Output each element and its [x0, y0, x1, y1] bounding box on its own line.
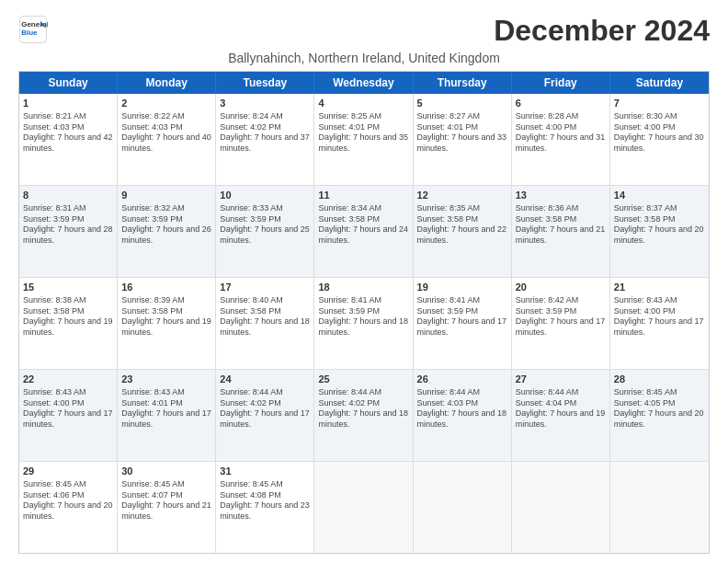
svg-text:General: General — [21, 20, 48, 29]
day-cell-11: 11Sunrise: 8:34 AMSunset: 3:58 PMDayligh… — [314, 186, 413, 277]
day-number: 23 — [121, 373, 211, 386]
day-cell-29: 29Sunrise: 8:45 AMSunset: 4:06 PMDayligh… — [19, 462, 118, 553]
day-number: 5 — [417, 97, 507, 110]
day-number: 31 — [220, 465, 310, 478]
empty-cell-4-3 — [314, 462, 413, 553]
calendar-header: SundayMondayTuesdayWednesdayThursdayFrid… — [19, 72, 709, 94]
day-cell-15: 15Sunrise: 8:38 AMSunset: 3:58 PMDayligh… — [19, 278, 118, 369]
cell-info: Sunrise: 8:32 AMSunset: 3:59 PMDaylight:… — [121, 203, 211, 247]
calendar-row-4: 29Sunrise: 8:45 AMSunset: 4:06 PMDayligh… — [19, 461, 709, 553]
cell-info: Sunrise: 8:43 AMSunset: 4:00 PMDaylight:… — [614, 295, 705, 339]
subtitle: Ballynahinch, Northern Ireland, United K… — [18, 51, 710, 65]
title-area: December 2024 — [494, 15, 710, 47]
header-day-sunday: Sunday — [19, 72, 118, 94]
cell-info: Sunrise: 8:34 AMSunset: 3:58 PMDaylight:… — [318, 203, 408, 247]
day-cell-16: 16Sunrise: 8:39 AMSunset: 3:58 PMDayligh… — [118, 278, 216, 369]
day-number: 10 — [220, 189, 310, 202]
cell-info: Sunrise: 8:27 AMSunset: 4:01 PMDaylight:… — [417, 111, 507, 155]
day-cell-14: 14Sunrise: 8:37 AMSunset: 3:58 PMDayligh… — [610, 186, 709, 277]
day-cell-26: 26Sunrise: 8:44 AMSunset: 4:03 PMDayligh… — [414, 370, 512, 461]
cell-info: Sunrise: 8:33 AMSunset: 3:59 PMDaylight:… — [220, 203, 310, 247]
day-number: 1 — [23, 97, 113, 110]
day-number: 21 — [614, 281, 705, 294]
logo-icon: General Blue — [18, 15, 48, 44]
day-number: 11 — [318, 189, 408, 202]
day-cell-30: 30Sunrise: 8:45 AMSunset: 4:07 PMDayligh… — [118, 462, 216, 553]
header-day-saturday: Saturday — [610, 72, 709, 94]
calendar-body: 1Sunrise: 8:21 AMSunset: 4:03 PMDaylight… — [19, 94, 709, 553]
header: General Blue December 2024 — [18, 15, 710, 47]
day-number: 3 — [220, 97, 310, 110]
cell-info: Sunrise: 8:36 AMSunset: 3:58 PMDaylight:… — [516, 203, 606, 247]
day-number: 14 — [614, 189, 705, 202]
day-cell-31: 31Sunrise: 8:45 AMSunset: 4:08 PMDayligh… — [216, 462, 314, 553]
day-cell-6: 6Sunrise: 8:28 AMSunset: 4:00 PMDaylight… — [512, 94, 610, 185]
day-number: 28 — [614, 373, 705, 386]
calendar-row-3: 22Sunrise: 8:43 AMSunset: 4:00 PMDayligh… — [19, 369, 709, 461]
day-number: 16 — [121, 281, 211, 294]
day-cell-2: 2Sunrise: 8:22 AMSunset: 4:03 PMDaylight… — [118, 94, 216, 185]
logo: General Blue — [18, 15, 48, 44]
header-day-thursday: Thursday — [414, 72, 512, 94]
cell-info: Sunrise: 8:45 AMSunset: 4:06 PMDaylight:… — [23, 479, 113, 523]
day-cell-10: 10Sunrise: 8:33 AMSunset: 3:59 PMDayligh… — [216, 186, 314, 277]
day-cell-19: 19Sunrise: 8:41 AMSunset: 3:59 PMDayligh… — [414, 278, 512, 369]
day-number: 29 — [23, 465, 113, 478]
day-cell-4: 4Sunrise: 8:25 AMSunset: 4:01 PMDaylight… — [314, 94, 413, 185]
day-cell-12: 12Sunrise: 8:35 AMSunset: 3:58 PMDayligh… — [414, 186, 512, 277]
cell-info: Sunrise: 8:39 AMSunset: 3:58 PMDaylight:… — [121, 295, 211, 339]
cell-info: Sunrise: 8:25 AMSunset: 4:01 PMDaylight:… — [318, 111, 408, 155]
cell-info: Sunrise: 8:43 AMSunset: 4:00 PMDaylight:… — [23, 387, 113, 431]
day-number: 25 — [318, 373, 408, 386]
cell-info: Sunrise: 8:28 AMSunset: 4:00 PMDaylight:… — [516, 111, 606, 155]
day-number: 8 — [23, 189, 113, 202]
header-day-friday: Friday — [512, 72, 610, 94]
day-cell-27: 27Sunrise: 8:44 AMSunset: 4:04 PMDayligh… — [512, 370, 610, 461]
day-cell-1: 1Sunrise: 8:21 AMSunset: 4:03 PMDaylight… — [19, 94, 118, 185]
day-number: 12 — [417, 189, 507, 202]
calendar-row-1: 8Sunrise: 8:31 AMSunset: 3:59 PMDaylight… — [19, 185, 709, 277]
day-number: 2 — [121, 97, 211, 110]
day-cell-13: 13Sunrise: 8:36 AMSunset: 3:58 PMDayligh… — [512, 186, 610, 277]
cell-info: Sunrise: 8:44 AMSunset: 4:02 PMDaylight:… — [220, 387, 310, 431]
cell-info: Sunrise: 8:42 AMSunset: 3:59 PMDaylight:… — [516, 295, 606, 339]
header-day-monday: Monday — [118, 72, 216, 94]
day-cell-25: 25Sunrise: 8:44 AMSunset: 4:02 PMDayligh… — [314, 370, 413, 461]
day-number: 19 — [417, 281, 507, 294]
day-cell-18: 18Sunrise: 8:41 AMSunset: 3:59 PMDayligh… — [314, 278, 413, 369]
day-number: 27 — [516, 373, 606, 386]
day-cell-23: 23Sunrise: 8:43 AMSunset: 4:01 PMDayligh… — [118, 370, 216, 461]
day-cell-17: 17Sunrise: 8:40 AMSunset: 3:58 PMDayligh… — [216, 278, 314, 369]
cell-info: Sunrise: 8:44 AMSunset: 4:03 PMDaylight:… — [417, 387, 507, 431]
cell-info: Sunrise: 8:43 AMSunset: 4:01 PMDaylight:… — [121, 387, 211, 431]
cell-info: Sunrise: 8:31 AMSunset: 3:59 PMDaylight:… — [23, 203, 113, 247]
day-cell-7: 7Sunrise: 8:30 AMSunset: 4:00 PMDaylight… — [610, 94, 709, 185]
day-number: 30 — [121, 465, 211, 478]
day-cell-28: 28Sunrise: 8:45 AMSunset: 4:05 PMDayligh… — [610, 370, 709, 461]
svg-text:Blue: Blue — [21, 29, 38, 37]
day-number: 9 — [121, 189, 211, 202]
day-number: 17 — [220, 281, 310, 294]
day-number: 6 — [516, 97, 606, 110]
day-cell-20: 20Sunrise: 8:42 AMSunset: 3:59 PMDayligh… — [512, 278, 610, 369]
day-cell-3: 3Sunrise: 8:24 AMSunset: 4:02 PMDaylight… — [216, 94, 314, 185]
cell-info: Sunrise: 8:45 AMSunset: 4:07 PMDaylight:… — [121, 479, 211, 523]
day-number: 7 — [614, 97, 705, 110]
day-cell-5: 5Sunrise: 8:27 AMSunset: 4:01 PMDaylight… — [414, 94, 512, 185]
calendar-row-0: 1Sunrise: 8:21 AMSunset: 4:03 PMDaylight… — [19, 94, 709, 185]
page: General Blue December 2024 Ballynahinch,… — [0, 0, 728, 563]
empty-cell-4-5 — [512, 462, 610, 553]
cell-info: Sunrise: 8:45 AMSunset: 4:08 PMDaylight:… — [220, 479, 310, 523]
cell-info: Sunrise: 8:44 AMSunset: 4:04 PMDaylight:… — [516, 387, 606, 431]
cell-info: Sunrise: 8:35 AMSunset: 3:58 PMDaylight:… — [417, 203, 507, 247]
day-cell-24: 24Sunrise: 8:44 AMSunset: 4:02 PMDayligh… — [216, 370, 314, 461]
calendar: SundayMondayTuesdayWednesdayThursdayFrid… — [18, 71, 710, 554]
day-number: 26 — [417, 373, 507, 386]
main-title: December 2024 — [494, 15, 710, 47]
day-number: 20 — [516, 281, 606, 294]
cell-info: Sunrise: 8:21 AMSunset: 4:03 PMDaylight:… — [23, 111, 113, 155]
empty-cell-4-6 — [610, 462, 709, 553]
cell-info: Sunrise: 8:37 AMSunset: 3:58 PMDaylight:… — [614, 203, 705, 247]
cell-info: Sunrise: 8:45 AMSunset: 4:05 PMDaylight:… — [614, 387, 705, 431]
empty-cell-4-4 — [414, 462, 512, 553]
